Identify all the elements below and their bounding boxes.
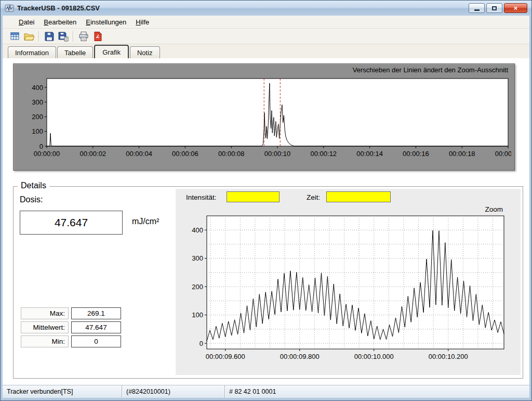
status-connection: Tracker verbunden[TS] (3, 385, 122, 398)
axis-tick-label: 00:00:12 (310, 150, 337, 158)
axis-tick-label: 400 (192, 226, 203, 234)
statusbar: Tracker verbunden[TS] (#8242010001) # 82… (3, 385, 529, 398)
time-field[interactable] (326, 191, 391, 202)
axis-tick-label: 00:00:10.000 (354, 353, 394, 360)
new-file-icon (9, 31, 21, 42)
app-icon (5, 4, 14, 13)
axis-tick-label: 0 (200, 340, 203, 347)
axis-tick-label: 00:00:10 (264, 150, 291, 158)
close-icon: × (514, 5, 518, 11)
tab-information[interactable]: Information (8, 46, 56, 58)
axis-tick-label: 0 (39, 143, 43, 150)
toolbar (3, 29, 529, 44)
export-pdf-icon (92, 31, 103, 42)
axis-tick-label: 00:00:04 (126, 150, 152, 158)
grafik-tab-content: Verschieben der Linien ändert den Zoom-A… (3, 58, 529, 385)
tab-tabelle[interactable]: Tabelle (57, 46, 93, 58)
tab-grafik[interactable]: Grafik (94, 45, 129, 58)
axis-tick-label: 200 (192, 283, 203, 291)
menubar: Datei Bearbeiten Einstellungen Hilfe (3, 16, 529, 29)
minimize-button[interactable] (469, 3, 485, 13)
mittelwert-value: 47.647 (71, 321, 121, 333)
zoom-chart: 010020030040000:00:09.60000:00:09.80000:… (182, 210, 514, 365)
save-as-button[interactable] (56, 30, 70, 43)
window-title: TrackerUSB - 091825.CSV (17, 4, 100, 12)
min-value: 0 (71, 335, 121, 347)
details-group: Details Dosis: 47.647 mJ/cm² Max: 269.1 … (13, 186, 523, 379)
plot-area (47, 79, 508, 146)
axis-tick-label: 200 (32, 113, 43, 121)
toolbar-separator (38, 31, 39, 42)
min-label: Min: (21, 335, 69, 347)
axis-tick-label: 100 (32, 127, 43, 135)
open-file-button[interactable] (22, 30, 36, 43)
tab-notiz[interactable]: Notiz (130, 46, 160, 58)
tabstrip: Information Tabelle Grafik Notiz (3, 44, 529, 58)
status-serial: (#8242010001) (122, 385, 225, 398)
dose-unit: mJ/cm² (132, 217, 159, 226)
maximize-icon (492, 6, 497, 10)
axis-tick-label: 100 (192, 311, 203, 319)
axis-tick-label: 300 (192, 254, 203, 262)
stat-row-max: Max: 269.1 (21, 307, 121, 319)
save-button[interactable] (42, 30, 56, 43)
axis-tick-label: 00:00:09.800 (280, 353, 320, 360)
dose-label: Dosis: (20, 195, 43, 204)
menu-item-hilfe[interactable]: Hilfe (131, 17, 154, 28)
print-button[interactable] (76, 30, 90, 43)
max-value: 269.1 (71, 307, 121, 319)
menu-item-datei[interactable]: Datei (14, 17, 39, 28)
overview-chart[interactable]: 010020030040000:00:0000:00:0200:00:0400:… (17, 75, 511, 168)
axis-tick-label: 00:00:20 (495, 150, 511, 158)
details-legend: Details (18, 181, 49, 190)
axis-tick-label: 00:00:06 (172, 150, 198, 158)
axis-tick-label: 00:00:02 (79, 150, 106, 158)
mittelwert-label: Mittelwert: (21, 321, 69, 333)
axis-tick-label: 00:00:14 (356, 150, 383, 158)
status-device-id: # 82 42 01 0001 (225, 385, 529, 398)
axis-tick-label: 00:00:00 (34, 150, 60, 158)
titlebar: TrackerUSB - 091825.CSV × (1, 1, 531, 16)
axis-tick-label: 300 (32, 98, 43, 106)
new-file-button[interactable] (8, 30, 22, 43)
zoom-panel: Intensität: Zeit: Zoom 010020030040000:0… (176, 189, 521, 375)
dose-value: 47.647 (55, 216, 88, 229)
stat-row-mittelwert: Mittelwert: 47.647 (21, 321, 121, 333)
toolbar-separator (73, 31, 74, 42)
axis-tick-label: 00:00:08 (218, 150, 245, 158)
overview-panel: Verschieben der Linien ändert den Zoom-A… (13, 63, 515, 171)
menu-item-bearbeiten[interactable]: Bearbeiten (39, 17, 81, 28)
stat-row-min: Min: 0 (21, 335, 121, 347)
window-frame: Datei Bearbeiten Einstellungen Hilfe (3, 16, 529, 398)
open-folder-icon (23, 31, 35, 42)
maximize-button[interactable] (486, 3, 502, 13)
axis-tick-label: 00:00:10.200 (429, 353, 468, 360)
axis-tick-label: 00:00:09.600 (206, 353, 245, 360)
intensity-label: Intensität: (186, 193, 217, 201)
intensity-field[interactable] (227, 191, 280, 202)
save-icon (44, 31, 55, 42)
max-label: Max: (21, 307, 69, 319)
axis-tick-label: 00:00:18 (449, 150, 475, 158)
close-button[interactable]: × (504, 3, 527, 13)
axis-tick-label: 00:00:16 (403, 150, 429, 158)
stats-table: Max: 269.1 Mittelwert: 47.647 Min: 0 (21, 307, 121, 347)
app-window: TrackerUSB - 091825.CSV × Datei Bearbeit… (0, 0, 532, 401)
save-as-icon (58, 31, 69, 42)
overview-hint-text: Verschieben der Linien ändert den Zoom-A… (14, 64, 514, 74)
menu-item-einstellungen[interactable]: Einstellungen (81, 17, 131, 28)
print-icon (78, 31, 89, 42)
axis-tick-label: 400 (32, 84, 43, 92)
dose-value-box: 47.647 (20, 211, 123, 235)
minimize-icon (474, 9, 480, 11)
time-label: Zeit: (307, 193, 320, 201)
export-pdf-button[interactable] (90, 30, 104, 43)
